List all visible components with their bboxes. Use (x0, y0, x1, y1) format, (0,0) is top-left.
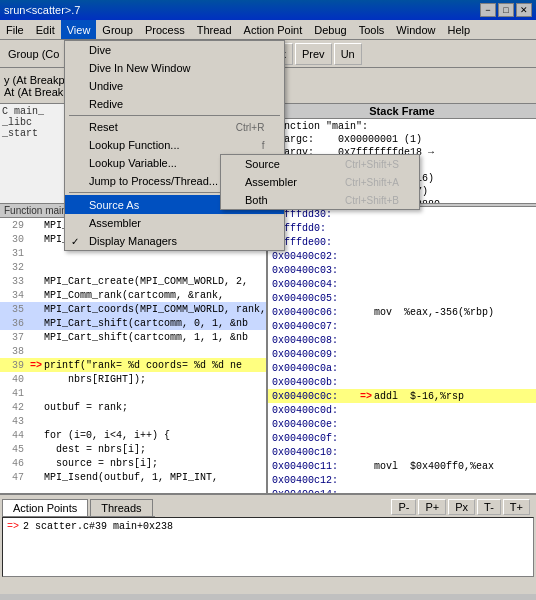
lookup-function-label: Lookup Function... (89, 139, 180, 151)
menu-reset[interactable]: Reset Ctrl+R (65, 118, 284, 136)
menu-redive[interactable]: Redive (65, 95, 284, 113)
assembler-sub-label: Assembler (245, 176, 297, 188)
reset-shortcut: Ctrl+R (236, 122, 265, 133)
menu-lookup-function[interactable]: Lookup Function... f (65, 136, 284, 154)
separator-1 (69, 115, 280, 116)
submenu-both[interactable]: Both Ctrl+Shift+B (221, 191, 419, 209)
menu-dive[interactable]: Dive (65, 41, 284, 59)
view-menu: Dive Dive In New Window Undive Redive Re… (64, 40, 285, 251)
menu-display-managers[interactable]: ✓ Display Managers (65, 232, 284, 250)
source-as-label: Source As (89, 199, 139, 211)
lookup-variable-label: Lookup Variable... (89, 157, 177, 169)
redive-label: Redive (89, 98, 123, 110)
both-shortcut: Ctrl+Shift+B (345, 195, 399, 206)
undive-label: Undive (89, 80, 123, 92)
menu-undive[interactable]: Undive (65, 77, 284, 95)
submenu-assembler[interactable]: Assembler Ctrl+Shift+A (221, 173, 419, 191)
submenu-source[interactable]: Source Ctrl+Shift+S (221, 155, 419, 173)
dive-new-window-label: Dive In New Window (89, 62, 190, 74)
menu-dive-new-window[interactable]: Dive In New Window (65, 59, 284, 77)
source-submenu: Source Ctrl+Shift+S Assembler Ctrl+Shift… (220, 154, 420, 210)
lookup-function-shortcut: f (262, 140, 265, 151)
display-managers-label: Display Managers (89, 235, 177, 247)
reset-label: Reset (89, 121, 118, 133)
menu-assembler[interactable]: Assembler (65, 214, 284, 232)
source-label: Source (245, 158, 280, 170)
dive-label: Dive (89, 44, 111, 56)
source-shortcut: Ctrl+Shift+S (345, 159, 399, 170)
dropdown-overlay: Dive Dive In New Window Undive Redive Re… (0, 0, 536, 600)
assembler-label: Assembler (89, 217, 141, 229)
assembler-shortcut: Ctrl+Shift+A (345, 177, 399, 188)
jump-to-process-label: Jump to Process/Thread... (89, 175, 218, 187)
display-managers-check: ✓ (71, 236, 79, 247)
both-label: Both (245, 194, 268, 206)
